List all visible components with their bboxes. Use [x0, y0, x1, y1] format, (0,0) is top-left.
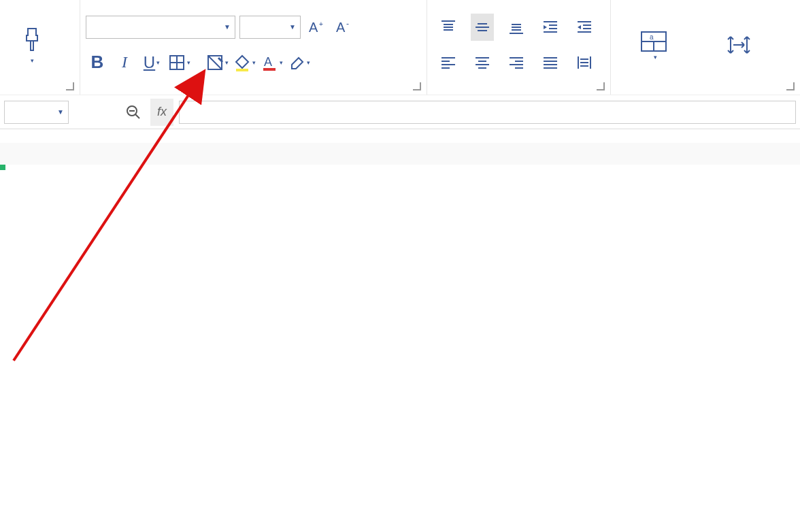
- align-middle-button[interactable]: [471, 14, 494, 41]
- indent-decrease-icon: [541, 18, 559, 36]
- formula-bar: ▼ fx: [0, 95, 800, 129]
- cell-grid[interactable]: [0, 165, 800, 532]
- font-name-combo[interactable]: ▼: [86, 16, 235, 39]
- chevron-down-icon: ▼: [57, 108, 64, 116]
- cell-style-button[interactable]: ▾: [205, 49, 229, 76]
- svg-text:-: -: [346, 19, 349, 29]
- underline-button[interactable]: U▾: [140, 49, 163, 76]
- svg-text:A: A: [336, 20, 346, 35]
- merge-center-icon: a: [639, 29, 669, 54]
- dropdown-arrow-icon: ▾: [187, 59, 190, 66]
- formula-input[interactable]: [179, 101, 796, 124]
- chevron-down-icon: ▼: [289, 23, 296, 31]
- name-box[interactable]: ▼: [4, 101, 69, 124]
- group-font: ▼ ▼ A+ A- B I U▾ ▾ ▾: [80, 0, 427, 95]
- format-painter-button[interactable]: ▾: [5, 26, 59, 64]
- bold-icon: B: [91, 52, 104, 73]
- dropdown-arrow-icon: ▾: [31, 57, 34, 64]
- align-bottom-button[interactable]: [505, 14, 528, 41]
- fill-color-button[interactable]: ▾: [233, 49, 256, 76]
- dropdown-arrow-icon: ▾: [156, 59, 160, 66]
- align-right-icon: [507, 54, 525, 71]
- group-clipboard: ▾: [0, 0, 80, 95]
- paintbrush-icon: [18, 26, 46, 53]
- borders-icon: [168, 54, 186, 71]
- wrap-text-icon: [725, 33, 752, 57]
- align-bottom-icon: [507, 18, 525, 36]
- chevron-down-icon: ▼: [224, 23, 231, 31]
- svg-text:A: A: [264, 55, 272, 69]
- eraser-button[interactable]: ▾: [287, 49, 310, 76]
- distribute-button[interactable]: [573, 49, 596, 76]
- italic-button[interactable]: I: [113, 49, 136, 76]
- zoom-out-button[interactable]: [122, 99, 145, 126]
- fx-icon: fx: [157, 105, 167, 119]
- svg-text:+: +: [319, 20, 323, 28]
- svg-rect-9: [236, 69, 248, 71]
- font-size-combo[interactable]: ▼: [239, 16, 301, 39]
- cell-style-icon: [206, 54, 224, 71]
- indent-increase-icon: [576, 18, 593, 36]
- underline-icon: U: [144, 53, 155, 72]
- svg-text:A: A: [309, 20, 318, 35]
- svg-rect-11: [263, 68, 276, 71]
- font-color-button[interactable]: A ▾: [260, 49, 283, 76]
- ribbon: ▾ ▼ ▼ A+ A- B I U▾: [0, 0, 800, 95]
- dropdown-arrow-icon: ▾: [307, 59, 310, 66]
- justify-button[interactable]: [539, 49, 562, 76]
- svg-line-57: [135, 114, 139, 118]
- zoom-out-icon: [125, 104, 141, 120]
- justify-icon: [541, 54, 559, 71]
- increase-font-button[interactable]: A+: [305, 14, 328, 41]
- indent-increase-button[interactable]: [573, 14, 596, 41]
- align-center-icon: [473, 54, 491, 71]
- align-top-icon: [439, 18, 457, 36]
- font-color-icon: A: [261, 54, 278, 71]
- italic-icon: I: [122, 53, 127, 71]
- merge-center-button[interactable]: a ▾: [616, 29, 691, 61]
- borders-button[interactable]: ▾: [167, 49, 190, 76]
- dropdown-arrow-icon: ▾: [280, 59, 283, 66]
- group-merge: a ▾: [611, 0, 800, 95]
- decrease-font-icon: A-: [335, 18, 352, 36]
- eraser-icon: [288, 54, 305, 71]
- dropdown-arrow-icon: ▾: [654, 54, 657, 61]
- align-top-button[interactable]: [437, 14, 460, 41]
- dropdown-arrow-icon: ▾: [252, 59, 256, 66]
- align-middle-icon: [473, 18, 491, 36]
- align-center-button[interactable]: [471, 49, 494, 76]
- wrap-text-button[interactable]: [705, 33, 773, 57]
- spreadsheet-area: [0, 143, 800, 532]
- bold-button[interactable]: B: [86, 49, 109, 76]
- decrease-font-button[interactable]: A-: [332, 14, 355, 41]
- distribute-icon: [576, 54, 593, 71]
- increase-font-icon: A+: [307, 18, 325, 36]
- column-headers: [0, 143, 800, 165]
- svg-text:a: a: [650, 33, 654, 41]
- fill-color-icon: [233, 54, 251, 71]
- indent-decrease-button[interactable]: [539, 14, 562, 41]
- dropdown-arrow-icon: ▾: [225, 59, 229, 66]
- align-left-icon: [439, 54, 457, 71]
- align-right-button[interactable]: [505, 49, 528, 76]
- align-left-button[interactable]: [437, 49, 460, 76]
- group-alignment: [427, 0, 611, 95]
- fx-button[interactable]: fx: [150, 99, 173, 126]
